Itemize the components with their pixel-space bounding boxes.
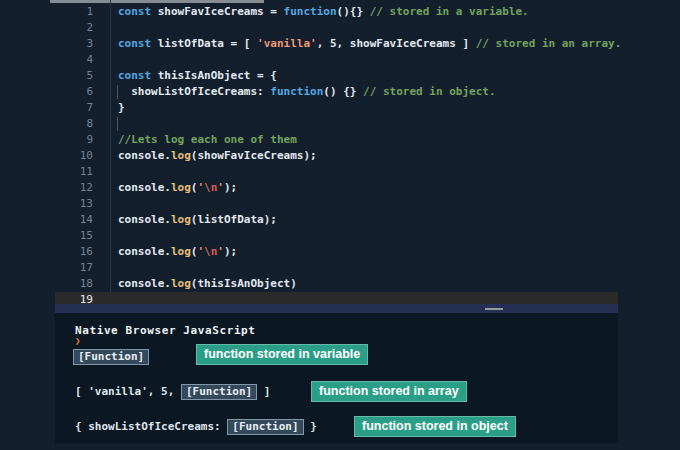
console-title: Native Browser JavaScript bbox=[75, 324, 256, 337]
code-line-12[interactable]: 12console.log('\n'); bbox=[55, 180, 618, 196]
code-line-7[interactable]: 7} bbox=[55, 100, 618, 116]
output-suffix: } bbox=[304, 420, 317, 433]
console-prompt-icon: ❯ bbox=[75, 336, 80, 346]
console-output-variable: [Function] bbox=[73, 349, 149, 365]
line-number: 16 bbox=[55, 244, 100, 260]
code-text: const listOfData = [ 'vanilla', 5, showF… bbox=[118, 36, 621, 52]
code-line-1[interactable]: 1const showFavIceCreams = function(){} /… bbox=[55, 4, 618, 20]
code-line-18[interactable]: 18console.log(thisIsAnObject) bbox=[55, 276, 618, 292]
code-text: console.log('\n'); bbox=[118, 180, 237, 196]
annotation-badge-array: function stored in array bbox=[311, 381, 467, 402]
function-value-box: [Function] bbox=[181, 384, 257, 400]
line-number: 5 bbox=[55, 68, 100, 84]
code-line-10[interactable]: 10console.log(showFavIceCreams); bbox=[55, 148, 618, 164]
console-output-object: { showListOfIceCreams: [Function] } bbox=[75, 419, 317, 435]
line-number: 3 bbox=[55, 36, 100, 52]
horizontal-scrollbar-track[interactable] bbox=[55, 304, 618, 313]
line-number: 17 bbox=[55, 260, 100, 276]
line-number: 2 bbox=[55, 20, 100, 36]
line-number: 18 bbox=[55, 276, 100, 292]
line-number: 9 bbox=[55, 132, 100, 148]
line-number: 4 bbox=[55, 52, 100, 68]
code-line-14[interactable]: 14console.log(listOfData); bbox=[55, 212, 618, 228]
line-number: 12 bbox=[55, 180, 100, 196]
code-text: const showFavIceCreams = function(){} //… bbox=[118, 4, 529, 20]
code-line-9[interactable]: 9//Lets log each one of them bbox=[55, 132, 618, 148]
indent-guide bbox=[117, 117, 118, 131]
code-text: console.log('\n'); bbox=[118, 244, 237, 260]
line-number: 1 bbox=[55, 4, 100, 20]
horizontal-scrollbar-thumb[interactable] bbox=[485, 308, 503, 310]
line-number: 10 bbox=[55, 148, 100, 164]
code-line-4[interactable]: 4 bbox=[55, 52, 618, 68]
code-line-11[interactable]: 11 bbox=[55, 164, 618, 180]
app-window: 1const showFavIceCreams = function(){} /… bbox=[0, 0, 680, 450]
annotation-badge-object: function stored in object bbox=[354, 416, 516, 437]
editor-lines: 1const showFavIceCreams = function(){} /… bbox=[55, 4, 618, 308]
code-line-17[interactable]: 17 bbox=[55, 260, 618, 276]
top-scrollbar-thumb[interactable] bbox=[50, 0, 264, 3]
code-line-16[interactable]: 16console.log('\n'); bbox=[55, 244, 618, 260]
code-text: //Lets log each one of them bbox=[118, 132, 297, 148]
line-number: 6 bbox=[55, 84, 100, 100]
code-line-15[interactable]: 15 bbox=[55, 228, 618, 244]
function-value-box: [Function] bbox=[227, 419, 303, 435]
code-line-3[interactable]: 3const listOfData = [ 'vanilla', 5, show… bbox=[55, 36, 618, 52]
console-panel: Native Browser JavaScript ❯ [Function] [… bbox=[55, 313, 618, 443]
code-text: const thisIsAnObject = { bbox=[118, 68, 277, 84]
code-text: } bbox=[118, 100, 125, 116]
code-line-2[interactable]: 2 bbox=[55, 20, 618, 36]
line-number: 11 bbox=[55, 164, 100, 180]
code-text: showListOfIceCreams: function() {} // st… bbox=[118, 84, 496, 100]
code-text: console.log(listOfData); bbox=[118, 212, 277, 228]
console-output-array: [ 'vanilla', 5, [Function] ] bbox=[75, 384, 270, 400]
output-suffix: ] bbox=[257, 385, 270, 398]
code-text: console.log(thisIsAnObject) bbox=[118, 276, 297, 292]
line-number: 15 bbox=[55, 228, 100, 244]
function-value-box: [Function] bbox=[73, 349, 149, 365]
line-number: 7 bbox=[55, 100, 100, 116]
annotation-badge-variable: function stored in variable bbox=[196, 344, 368, 365]
code-line-8[interactable]: 8 bbox=[55, 116, 618, 132]
indent-guide bbox=[117, 85, 118, 99]
code-line-6[interactable]: 6 showListOfIceCreams: function() {} // … bbox=[55, 84, 618, 100]
line-number: 14 bbox=[55, 212, 100, 228]
code-line-5[interactable]: 5const thisIsAnObject = { bbox=[55, 68, 618, 84]
code-line-13[interactable]: 13 bbox=[55, 196, 618, 212]
output-prefix: [ 'vanilla', 5, bbox=[75, 385, 181, 398]
code-text: console.log(showFavIceCreams); bbox=[118, 148, 317, 164]
line-number: 13 bbox=[55, 196, 100, 212]
output-prefix: { showListOfIceCreams: bbox=[75, 420, 227, 433]
line-number: 8 bbox=[55, 116, 100, 132]
